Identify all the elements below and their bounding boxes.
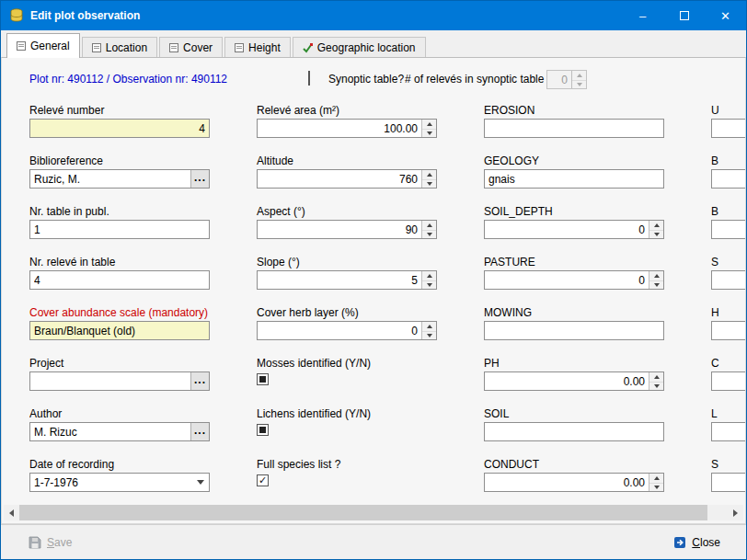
aspect-spinner xyxy=(257,220,437,239)
b-input[interactable] xyxy=(711,169,745,189)
spin-up-button[interactable] xyxy=(649,271,663,280)
close-button[interactable]: Close xyxy=(673,536,720,549)
full-species-list-checkbox[interactable]: ✓ xyxy=(257,474,269,486)
field-label: Cover herb layer (%) xyxy=(257,306,437,320)
spin-down-icon xyxy=(654,233,660,236)
minimize-button[interactable]: – xyxy=(622,1,663,30)
spin-down-icon xyxy=(427,233,432,236)
synoptic-table-checkbox[interactable] xyxy=(308,71,310,86)
field-label: Project xyxy=(29,357,210,371)
aspect-input[interactable] xyxy=(258,221,421,238)
spin-down-icon xyxy=(654,486,660,489)
altitude-spinner xyxy=(257,169,437,189)
author-input[interactable] xyxy=(30,423,190,440)
soil-input[interactable] xyxy=(484,422,664,441)
spin-buttons xyxy=(421,221,436,238)
field-h: H xyxy=(711,306,745,357)
pasture-input[interactable] xyxy=(485,271,649,289)
scroll-right-button[interactable] xyxy=(728,505,743,520)
tab-location[interactable]: Location xyxy=(82,37,157,58)
relev-number-input[interactable] xyxy=(29,119,210,138)
spin-buttons xyxy=(649,271,663,289)
project-input[interactable] xyxy=(30,372,190,390)
header-row: Plot nr: 490112 / Observation nr: 490112… xyxy=(2,70,745,90)
tab-label: Height xyxy=(248,41,281,54)
s-input[interactable] xyxy=(711,473,745,492)
spin-down-button[interactable] xyxy=(422,129,436,138)
nr-relev-in-table-input[interactable] xyxy=(29,270,210,290)
field-s: S xyxy=(711,458,745,499)
spin-down-button[interactable] xyxy=(649,280,663,290)
field-mowing: MOWING xyxy=(484,306,664,357)
maximize-button[interactable] xyxy=(663,1,705,30)
altitude-input[interactable] xyxy=(258,170,421,188)
spin-up-button[interactable] xyxy=(649,372,663,382)
geology-input[interactable] xyxy=(484,169,664,189)
spin-up-button[interactable] xyxy=(422,271,436,280)
slope-spinner xyxy=(257,270,437,290)
soil-depth-spinner xyxy=(484,220,664,239)
ph-input[interactable] xyxy=(485,372,649,390)
h-input[interactable] xyxy=(711,321,745,340)
cover-herb-layer-input[interactable] xyxy=(258,322,421,339)
tab-general[interactable]: General xyxy=(6,33,80,58)
spin-up-button[interactable] xyxy=(422,170,436,179)
field-label: SOIL xyxy=(484,407,664,421)
spin-up-button[interactable] xyxy=(649,221,663,230)
cover-tab-icon xyxy=(169,43,178,52)
mowing-input[interactable] xyxy=(484,321,664,340)
tab-cover[interactable]: Cover xyxy=(159,37,223,58)
spin-up-button[interactable] xyxy=(422,120,436,129)
dropdown-arrow-button[interactable] xyxy=(192,474,209,491)
u-input[interactable] xyxy=(711,119,745,138)
spin-up-button[interactable] xyxy=(649,474,663,483)
horizontal-scrollbar[interactable] xyxy=(4,505,743,520)
l-input[interactable] xyxy=(711,422,745,441)
tab-geographic-location[interactable]: Geographic location xyxy=(293,37,426,58)
slope-input[interactable] xyxy=(258,271,421,289)
date-of-recording-input[interactable] xyxy=(30,474,192,491)
spin-down-button[interactable] xyxy=(422,179,436,189)
field-label: PH xyxy=(484,357,664,371)
lichens-identified-y-n-checkbox[interactable] xyxy=(257,424,269,436)
b-input[interactable] xyxy=(711,220,745,239)
field-label: Nr. table in publ. xyxy=(29,205,210,219)
spin-down-button[interactable] xyxy=(649,382,663,391)
spin-up-icon xyxy=(654,223,660,227)
scroll-left-button[interactable] xyxy=(4,505,19,520)
save-button[interactable]: Save xyxy=(29,536,72,549)
spin-up-button[interactable] xyxy=(422,322,436,331)
field-l: L xyxy=(711,407,745,458)
close-window-button[interactable]: ✕ xyxy=(705,1,746,30)
cover-abundance-scale-mandatory-input[interactable] xyxy=(29,321,210,340)
conduct-input[interactable] xyxy=(485,474,649,491)
s-input[interactable] xyxy=(711,270,745,290)
location-tab-icon xyxy=(92,43,101,52)
save-floppy-icon xyxy=(29,536,41,549)
scrollbar-thumb[interactable] xyxy=(19,505,707,520)
spin-down-button[interactable] xyxy=(422,230,436,239)
general-tab-panel: Plot nr: 490112 / Observation nr: 490112… xyxy=(1,57,746,524)
field-label: EROSION xyxy=(484,104,664,118)
spin-up-icon xyxy=(427,122,432,126)
relev-area-m-input[interactable] xyxy=(258,120,421,137)
tab-height[interactable]: Height xyxy=(224,37,291,58)
spin-down-button[interactable] xyxy=(649,483,663,492)
nr-table-in-publ-input[interactable] xyxy=(29,220,210,239)
spin-down-button[interactable] xyxy=(649,230,663,239)
spin-down-button[interactable] xyxy=(422,280,436,290)
c-input[interactable] xyxy=(711,371,745,391)
close-button-label: Close xyxy=(692,536,720,549)
mosses-identified-y-n-checkbox[interactable] xyxy=(257,373,269,385)
spin-down-button[interactable] xyxy=(422,331,436,340)
soil-depth-input[interactable] xyxy=(485,221,649,238)
erosion-input[interactable] xyxy=(484,119,664,138)
field-u: U xyxy=(711,104,745,154)
ellipsis-button[interactable]: ... xyxy=(190,372,209,390)
field-mosses-identified-y-n: Mosses identified (Y/N) xyxy=(257,357,437,407)
ellipsis-button[interactable]: ... xyxy=(190,170,209,188)
scrollbar-track[interactable] xyxy=(707,505,728,520)
ellipsis-button[interactable]: ... xyxy=(190,423,209,440)
biblioreference-input[interactable] xyxy=(30,170,190,188)
spin-up-button[interactable] xyxy=(422,221,436,230)
